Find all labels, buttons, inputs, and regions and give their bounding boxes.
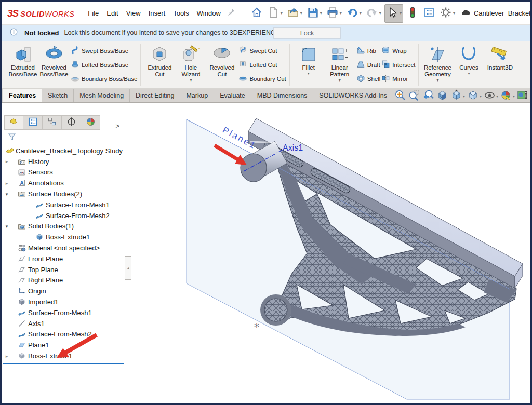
tab-mesh-modeling[interactable]: Mesh Modeling [74, 89, 130, 102]
select-cursor-button[interactable]: ▾ [384, 4, 403, 23]
menu-view[interactable]: View [126, 9, 141, 17]
list-options-button[interactable] [422, 5, 436, 22]
mirror-button[interactable]: Mirror [381, 72, 415, 86]
panel-tab-propertymanager[interactable] [23, 115, 43, 130]
menu-edit[interactable]: Edit [107, 9, 118, 17]
collapse-arrow-icon[interactable]: ▾ [4, 224, 9, 229]
dropdown-caret-icon[interactable]: ▾ [480, 94, 482, 99]
apply-scene-button[interactable] [517, 89, 529, 103]
axis1-label[interactable]: Axis1 [283, 143, 303, 152]
tree-item-front-plane[interactable]: Front Plane [2, 253, 125, 264]
reference-geometry-button[interactable]: Reference Geometry▾ [422, 44, 453, 83]
dropdown-caret-icon[interactable]: ▾ [463, 94, 465, 99]
tree-item-surface-from-mesh2[interactable]: Surface-From-Mesh2 [2, 329, 125, 340]
panel-tab-featuremanager[interactable] [4, 115, 23, 130]
dropdown-caret-icon[interactable]: ▾ [360, 11, 362, 16]
panel-tab-displaymanager[interactable] [81, 115, 100, 130]
home-button[interactable] [249, 5, 264, 22]
dropdown-caret-icon[interactable]: ▾ [496, 94, 498, 99]
wrap-button[interactable]: Wrap [381, 44, 415, 58]
redo-button[interactable]: ▾ [365, 5, 382, 22]
tree-item-history[interactable]: ▸History [2, 156, 125, 167]
tree-item-cantilever-bracket-topology-study-1[interactable]: Cantilever_Bracket_Topology Study 1 [2, 145, 125, 156]
swept-cut-button[interactable]: Swept Cut [238, 44, 286, 58]
collapse-arrow-icon[interactable]: ▾ [4, 192, 9, 197]
swept-boss-button[interactable]: Swept Boss/Base [71, 44, 137, 58]
linear-pattern-button[interactable]: Linear Pattern▾ [324, 44, 355, 83]
gear-button[interactable]: ▾ [438, 5, 456, 22]
menu-insert[interactable]: Insert [149, 9, 166, 17]
filter-funnel-icon[interactable] [7, 132, 17, 144]
dropdown-caret-icon[interactable]: ▾ [300, 11, 302, 16]
tab-features[interactable]: Features [3, 89, 42, 102]
tree-item-top-plane[interactable]: Top Plane [2, 264, 125, 275]
shell-button[interactable]: Shell [356, 72, 381, 86]
revolved-boss-button[interactable]: Revolved Boss/Base [38, 44, 70, 78]
tree-item-sensors[interactable]: Sensors [2, 167, 125, 178]
panel-tab-dimxpertmanager[interactable] [62, 115, 81, 130]
print-button[interactable]: ▾ [325, 5, 343, 22]
tree-item-solid-bodies-1[interactable]: ▾Solid Bodies(1) [2, 221, 125, 232]
new-document-button[interactable]: ▾ [266, 5, 284, 22]
revolved-cut-button[interactable]: Revolved Cut [206, 44, 237, 78]
lofted-boss-button[interactable]: Lofted Boss/Base [71, 58, 137, 72]
section-view-button[interactable] [436, 89, 448, 103]
tree-item-surface-from-mesh1[interactable]: Surface-From-Mesh1 [2, 307, 125, 318]
graphics-viewport[interactable]: Axis1 Plane1 * ◂ [125, 103, 530, 400]
tab-direct-editing[interactable]: Direct Editing [130, 89, 180, 102]
boundary-boss-button[interactable]: Boundary Boss/Base [71, 72, 137, 86]
view-orientation-button[interactable]: ▾ [450, 89, 465, 103]
dropdown-caret-icon[interactable]: ▾ [513, 94, 515, 99]
display-style-button[interactable]: ▾ [467, 89, 482, 103]
rollback-bar[interactable] [3, 363, 124, 365]
tree-item-plane1[interactable]: Plane1 [2, 340, 125, 350]
dropdown-caret-icon[interactable]: ▾ [339, 78, 341, 83]
zoom-fit-button[interactable] [394, 89, 406, 103]
zoom-area-button[interactable] [408, 89, 420, 103]
tree-item-imported1[interactable]: Imported1 [2, 296, 125, 307]
model-view[interactable]: Axis1 Plane1 * [125, 103, 529, 400]
panel-tab-configurationmanager[interactable] [43, 115, 62, 130]
tab-sketch[interactable]: Sketch [42, 89, 74, 102]
hide-show-items-button[interactable]: ▾ [484, 89, 498, 103]
fillet-button[interactable]: Fillet▾ [293, 44, 324, 76]
dropdown-caret-icon[interactable]: ▾ [379, 11, 381, 16]
tab-evaluate[interactable]: Evaluate [214, 89, 251, 102]
boundary-cut-button[interactable]: Boundary Cut [238, 72, 286, 86]
extruded-boss-button[interactable]: Extruded Boss/Base [7, 44, 38, 78]
tree-item-surface-bodies-2[interactable]: ▾Surface Bodies(2) [2, 188, 125, 199]
lock-button[interactable]: Lock [273, 27, 341, 39]
tree-item-right-plane[interactable]: Right Plane [2, 275, 125, 286]
rib-button[interactable]: Rib [356, 44, 381, 58]
dropdown-caret-icon[interactable]: ▾ [308, 72, 310, 76]
panel-splitter-handle[interactable]: ◂ [125, 256, 131, 280]
open-button[interactable]: ▾ [286, 5, 303, 22]
tab-markup[interactable]: Markup [180, 89, 214, 102]
expand-arrow-icon[interactable]: ▸ [4, 159, 9, 164]
tab-solidworks-add-ins[interactable]: SOLIDWORKS Add-Ins [313, 89, 393, 102]
tab-mbd-dimensions[interactable]: MBD Dimensions [251, 89, 314, 102]
tree-item-boss-extrude1[interactable]: ▸Boss-Extrude1 [2, 350, 125, 361]
dropdown-caret-icon[interactable]: ▾ [190, 78, 192, 83]
panel-collapse-chevron[interactable]: > [115, 122, 119, 130]
dropdown-caret-icon[interactable]: ▾ [320, 11, 322, 16]
tree-item-boss-extrude1[interactable]: Boss-Extrude1 [2, 232, 125, 242]
dropdown-caret-icon[interactable]: ▾ [400, 11, 402, 16]
dropdown-caret-icon[interactable]: ▾ [281, 11, 283, 16]
curves-button[interactable]: Curves▾ [453, 44, 484, 76]
tree-filter-row[interactable] [2, 131, 125, 145]
menu-tools[interactable]: Tools [173, 9, 189, 17]
expand-arrow-icon[interactable]: ▸ [4, 181, 9, 186]
tree-item-origin[interactable]: Origin [2, 286, 125, 296]
expand-arrow-icon[interactable]: ▸ [4, 354, 9, 359]
traffic-light-button[interactable] [405, 5, 420, 22]
tree-item-annotations[interactable]: ▸AAnnotations [2, 178, 125, 188]
dropdown-caret-icon[interactable]: ▾ [340, 11, 342, 16]
instant3d-button[interactable]: Instant3D [484, 44, 515, 71]
lofted-cut-button[interactable]: Lofted Cut [238, 58, 286, 72]
hole-wizard-button[interactable]: Hole Wizard▾ [175, 44, 206, 83]
extruded-cut-button[interactable]: Extruded Cut [144, 44, 175, 78]
dropdown-caret-icon[interactable]: ▾ [453, 11, 455, 16]
tree-item-surface-from-mesh2[interactable]: Surface-From-Mesh2 [2, 210, 125, 221]
dropdown-caret-icon[interactable]: ▾ [468, 72, 470, 76]
